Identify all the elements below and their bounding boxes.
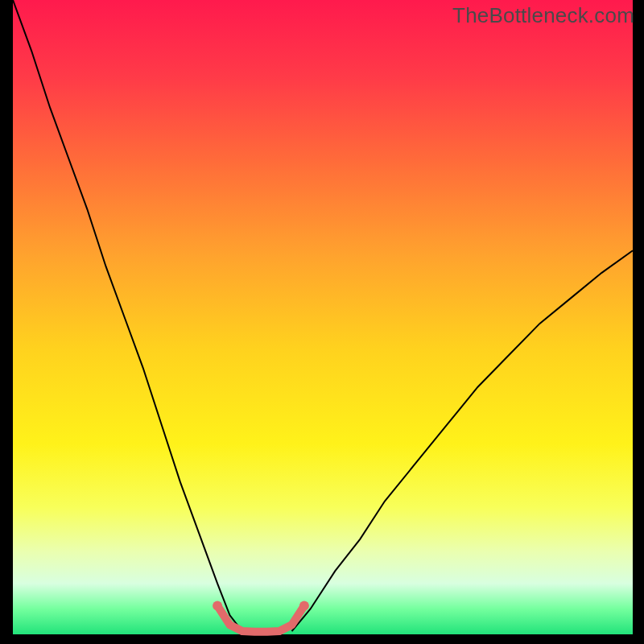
plot-background xyxy=(13,0,633,634)
watermark-text: TheBottleneck.com xyxy=(452,3,634,28)
chart-container: TheBottleneck.com xyxy=(0,0,644,644)
endpoint-marker xyxy=(213,601,222,611)
endpoint-marker xyxy=(299,601,309,611)
chart-svg xyxy=(0,0,644,644)
